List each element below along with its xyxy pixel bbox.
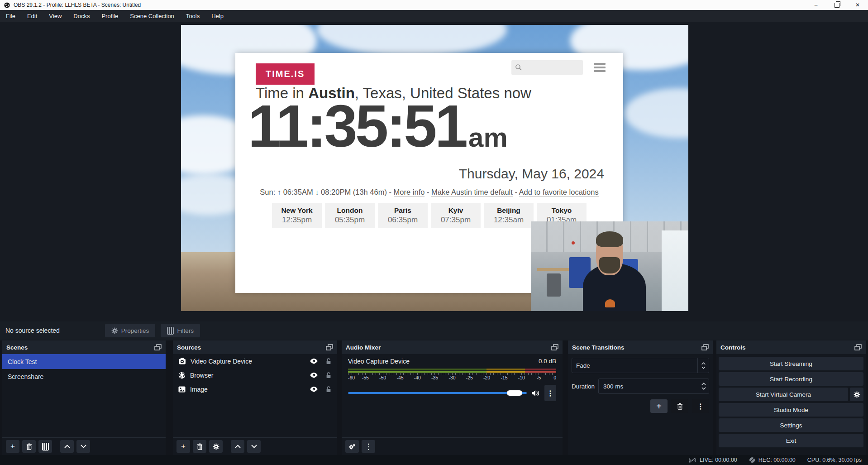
minimize-button[interactable]: – [806,0,826,10]
source-list: Video Capture Device [173,354,337,438]
lock-icon[interactable] [325,386,332,393]
properties-button[interactable]: Properties [105,324,156,337]
scenes-toolbar: + [2,437,166,455]
remove-transition-button[interactable] [671,399,688,413]
move-scene-up-button[interactable] [60,440,74,453]
mixer-channel-menu-button[interactable]: ⋮ [544,385,556,401]
chevron-up-icon [701,383,706,385]
popout-icon[interactable] [154,344,162,350]
filters-button[interactable]: Filters [161,324,200,337]
duration-value: 300 ms [599,383,699,390]
menu-help[interactable]: Help [205,10,229,22]
add-source-button[interactable]: + [176,440,190,453]
sources-dock: Sources Video Capture Device [173,340,337,455]
controls-dock: Controls Start Streaming Start Recording… [716,340,866,455]
move-source-up-button[interactable] [231,440,244,453]
source-properties-button[interactable] [209,440,223,453]
menu-tools[interactable]: Tools [180,10,205,22]
menu-view[interactable]: View [43,10,67,22]
menu-file[interactable]: File [0,10,21,22]
source-item-browser[interactable]: Browser [173,368,337,382]
menu-scene-collection[interactable]: Scene Collection [124,10,180,22]
cloud [317,25,507,57]
remove-source-button[interactable] [193,440,206,453]
scene-filters-button[interactable] [38,440,52,453]
record-disc-icon [749,457,755,463]
popout-icon[interactable] [551,344,558,350]
clock-ampm: am [468,122,508,153]
add-transition-button[interactable]: + [650,399,668,413]
remove-scene-button[interactable] [22,440,36,453]
start-recording-button[interactable]: Start Recording [719,372,863,386]
transition-selected-value: Fade [572,362,697,369]
settings-button[interactable]: Settings [719,418,863,432]
start-streaming-button[interactable]: Start Streaming [719,357,863,370]
timeis-logo: TIME.IS [256,63,315,85]
trash-icon [26,443,32,450]
stream-signal-icon [688,457,696,463]
webcam-source [531,221,688,311]
lock-icon[interactable] [325,358,332,364]
controls-title: Controls [720,344,746,351]
preview-area: TIME.IS Time in Austin, Texas, United St… [0,22,868,321]
transition-select[interactable]: Fade [572,358,709,373]
close-button[interactable]: ✕ [847,0,868,10]
volume-slider-handle[interactable] [507,390,522,396]
menu-edit[interactable]: Edit [21,10,43,22]
popout-icon[interactable] [854,344,862,350]
status-bar: LIVE: 00:00:00 REC: 00:00:00 CPU: 0.6%, … [0,455,868,465]
make-default-link: Make Austin time default [431,188,513,197]
mixer-menu-button[interactable]: ⋮ [362,440,375,453]
filters-icon [167,327,174,335]
chevron-down-icon [701,387,706,390]
lock-icon[interactable] [325,372,332,379]
scene-list: Clock Test Screenshare [2,354,166,438]
move-scene-down-button[interactable] [76,440,90,453]
title-bar[interactable]: OBS 29.1.2 - Profile: LLHLS BETA - Scene… [0,0,868,10]
scene-item-clock-test[interactable]: Clock Test [2,354,166,369]
rec-timecode: REC: 00:00:00 [758,457,796,463]
duration-spinner[interactable] [699,383,709,390]
meter-scale: -60 -55 -50 -45 -40 -35 -30 -25 -20 -15 … [348,375,556,381]
webcam-window [662,230,688,311]
studio-mode-button[interactable]: Studio Mode [719,403,863,417]
transitions-title: Scene Transitions [572,344,625,351]
source-item-image[interactable]: Image [173,382,337,396]
volume-slider[interactable] [348,392,527,394]
transition-select-spinner[interactable] [697,358,709,373]
live-timecode: LIVE: 00:00:00 [700,457,737,463]
webcam-chair [547,273,561,297]
clock-time: 11:35:51 [248,92,466,160]
popout-icon[interactable] [326,344,333,350]
chevron-down-icon [701,366,706,369]
visibility-eye-icon[interactable] [310,372,318,378]
transition-properties-button[interactable]: ⋮ [692,399,709,413]
mixer-body: Video Capture Device 0.0 dB -60 -55 -50 … [342,354,563,438]
virtual-camera-config-button[interactable] [850,388,863,401]
add-scene-button[interactable]: + [6,440,19,453]
visibility-eye-icon[interactable] [310,386,318,392]
chevron-up-icon [235,445,241,448]
visibility-eye-icon[interactable] [310,358,318,364]
start-virtual-camera-button[interactable]: Start Virtual Camera [719,388,848,401]
duration-input[interactable]: 300 ms [598,379,709,394]
popout-icon[interactable] [701,344,709,350]
move-source-down-button[interactable] [247,440,261,453]
cpu-fps-stats: CPU: 0.6%, 30.00 fps [807,457,862,463]
advanced-audio-button[interactable] [345,440,359,453]
source-toolbar: No source selected Properties Filters [0,321,868,340]
menu-docks[interactable]: Docks [67,10,95,22]
scene-item-screenshare[interactable]: Screenshare [2,369,166,384]
speaker-icon[interactable] [531,390,540,397]
exit-button[interactable]: Exit [719,434,863,447]
cloud [625,88,688,138]
program-canvas[interactable]: TIME.IS Time in Austin, Texas, United St… [181,25,688,311]
timeis-date: Thursday, May 16, 2024 [459,166,604,182]
scenes-dock: Scenes Clock Test Screenshare + [2,340,166,455]
trash-icon [677,403,683,410]
menu-profile[interactable]: Profile [95,10,124,22]
webcam-person-hair [596,231,623,248]
restore-button[interactable] [826,0,847,10]
source-item-video-capture[interactable]: Video Capture Device [173,354,337,368]
city-card: New York 12:35pm [272,203,322,228]
